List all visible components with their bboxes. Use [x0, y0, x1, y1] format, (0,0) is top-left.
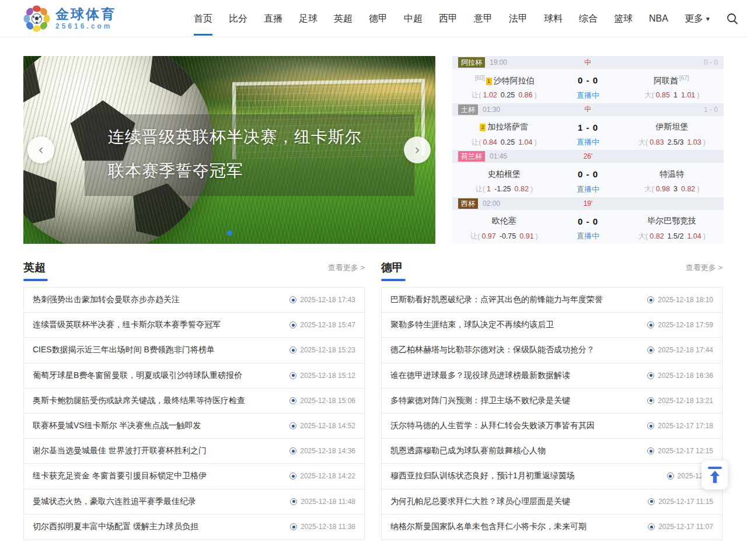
site-name: 金球体育 [55, 7, 116, 21]
nav-item-scores[interactable]: 比分 [221, 0, 256, 37]
list-item[interactable]: 为何孔帕尼总要求拜仁大胜？球员心理层面是关键2025-12-17 11:15 [382, 489, 722, 514]
site-domain: 25616.com [55, 23, 116, 30]
clock-icon [289, 447, 296, 454]
list-item[interactable]: 葡萄牙球星B费冬窗留曼联，明夏或吸引沙特球队重磅报价2025-12-18 15:… [24, 363, 364, 388]
list-item[interactable]: 凯恩透露穆勒已成为球队赛前鼓舞核心人物2025-12-17 12:15 [382, 439, 722, 464]
clock-icon [289, 296, 296, 303]
back-to-top-button[interactable] [701, 460, 728, 489]
news-time: 2025-12-18 17:43 [300, 296, 355, 304]
list-item[interactable]: 多特蒙德对阵门兴预测：捍卫主场不败纪录是关键2025-12-18 13:21 [382, 388, 722, 414]
list-item[interactable]: 谢尔基当选曼城最佳 世界波打开联赛杯胜利之门2025-12-18 14:36 [24, 439, 364, 464]
live-stream-link[interactable]: 直播中 [556, 184, 620, 195]
nav-item-tips[interactable]: 球料 [536, 0, 571, 37]
match-card[interactable]: 阿拉杯 19:00 中 0 - 0 [60]1沙特阿拉伯 0 - 0 阿联酋[6… [452, 56, 724, 103]
view-more-link[interactable]: 查看更多 > [686, 262, 722, 273]
news-time: 2025-12-18 17:44 [658, 346, 713, 354]
nav-item-more[interactable]: 更多 ▼ [676, 0, 719, 37]
match-card[interactable]: 土杯 01:30 中 1 - 0 2加拉塔萨雷 1 - 0 伊斯坦堡 让(0.8… [452, 103, 724, 150]
clock-icon [290, 498, 297, 505]
match-status: 中 [585, 104, 592, 114]
arrow-up-to-line-icon [707, 466, 722, 484]
clock-icon [667, 473, 674, 480]
away-team: 阿联酋[67] [620, 75, 724, 86]
yellow-card-icon: 1 [486, 78, 492, 85]
news-time: 2025-12-17 17:18 [658, 422, 713, 430]
search-icon [726, 12, 739, 25]
carousel-next-button[interactable]: › [404, 136, 431, 163]
handicap-odds: 让(0.97-0.750.91) [452, 232, 556, 242]
match-status: 19' [584, 200, 593, 208]
main-nav: 首页 比分 直播 足球 英超 德甲 中超 西甲 意甲 法甲 球料 综合 篮球 N… [186, 0, 747, 37]
list-item[interactable]: 纽卡获充足资金 冬窗首要引援目标锁定中卫格伊2025-12-18 14:22 [24, 464, 364, 489]
home-team: 2加拉塔萨雷 [452, 122, 556, 132]
nav-item-seriea[interactable]: 意甲 [466, 0, 501, 37]
over-under-odds: 大(0.832.5/31.03) [620, 138, 724, 148]
news-time: 2025-12-18 17:59 [658, 321, 713, 329]
nav-item-general[interactable]: 综合 [571, 0, 606, 37]
minute-superscript: [60] [475, 75, 485, 81]
site-logo[interactable]: 金球体育 25616.com [23, 5, 116, 32]
handicap-odds: 让(0.840.251.04) [452, 138, 556, 148]
league-badge: 西杯 [458, 198, 478, 209]
list-item[interactable]: 曼城状态火热，豪取六连胜追平赛季最佳纪录2025-12-18 11:48 [24, 489, 364, 514]
list-item[interactable]: 热刺强势出击蒙加转会曼联亦步亦趋关注2025-12-18 17:43 [24, 288, 364, 313]
list-item[interactable]: 切尔西拟明夏丰富中场配置 缓解主力球员负担2025-12-18 11:38 [24, 514, 364, 540]
list-item[interactable]: 穆西亚拉归队训练状态良好，预计1月初重返绿茵场2025-12-17 [382, 464, 722, 489]
clock-icon [647, 397, 654, 404]
over-under-odds: 大(0.821.5/21.04) [620, 232, 724, 242]
yellow-card-icon: 2 [480, 124, 486, 131]
news-time: 2025-12-18 15:12 [300, 372, 355, 380]
section-bundesliga: 德甲 查看更多 > 巴斯勒看好凯恩破纪录：点评其出色的前锋能力与年度荣誉2025… [381, 260, 722, 540]
nav-item-laliga[interactable]: 西甲 [431, 0, 466, 37]
corner-score: 1 - 0 [704, 106, 718, 114]
list-item[interactable]: 奥斯卡鲍勃腿筋受伤或缺席关键战，最终结果等待医疗检查2025-12-18 15:… [24, 388, 364, 414]
carousel-prev-button[interactable]: ‹ [27, 136, 54, 163]
match-time: 19:00 [490, 58, 507, 66]
list-item[interactable]: 纳格尔斯曼国家队名单未包含拜仁小将卡尔，未来可期2025-12-17 11:07 [382, 514, 722, 540]
clock-icon [289, 473, 296, 480]
search-button[interactable] [726, 12, 739, 25]
clock-icon [289, 372, 296, 379]
nav-item-nba[interactable]: NBA [641, 0, 676, 37]
news-time: 2025-12-17 11:15 [658, 498, 713, 506]
live-stream-link[interactable]: 直播中 [556, 231, 620, 242]
nav-item-basketball[interactable]: 篮球 [606, 0, 641, 37]
nav-item-csl[interactable]: 中超 [396, 0, 431, 37]
caption-line-1: 连续晋级英联杯半决赛，纽卡斯尔 [108, 120, 403, 154]
away-team: 伊斯坦堡 [620, 122, 724, 132]
list-item[interactable]: 沃尔特马德的人生哲学：从拜仁转会失败谈万事皆有其因2025-12-17 17:1… [382, 414, 722, 439]
nav-item-live[interactable]: 直播 [256, 0, 291, 37]
home-team: 欧伦塞 [452, 216, 556, 226]
live-stream-link[interactable]: 直播中 [556, 137, 620, 148]
list-item[interactable]: 聚勒多特生涯结束，球队决定不再续约该后卫2025-12-18 17:59 [382, 313, 722, 338]
chevron-down-icon: ▼ [705, 16, 711, 22]
nav-item-football[interactable]: 足球 [291, 0, 326, 37]
match-status: 中 [585, 58, 592, 68]
news-sections: 英超 查看更多 > 热刺强势出击蒙加转会曼联亦步亦趋关注2025-12-18 1… [23, 260, 722, 540]
clock-icon [289, 422, 296, 429]
clock-icon [647, 372, 654, 379]
nav-item-epl[interactable]: 英超 [326, 0, 361, 37]
live-stream-link[interactable]: 直播中 [556, 90, 620, 101]
match-card[interactable]: 西杯 02:00 19' 欧伦塞 0 - 0 毕尔巴鄂竞技 让(0.97-0.7… [452, 197, 724, 244]
live-score-panel: 阿拉杯 19:00 中 0 - 0 [60]1沙特阿拉伯 0 - 0 阿联酋[6… [452, 56, 724, 244]
nav-item-home[interactable]: 首页 [186, 0, 221, 37]
list-item[interactable]: 德乙柏林赫塔与比勒菲尔德对决：保级队能否成功抢分？2025-12-18 17:4… [382, 338, 722, 363]
nav-item-bundesliga[interactable]: 德甲 [361, 0, 396, 37]
list-item[interactable]: CIES数据揭示近三年出场时间 B费领跑非门将榜单2025-12-18 15:2… [24, 338, 364, 363]
clock-icon [647, 321, 654, 328]
carousel-dot-indicator[interactable] [227, 230, 232, 236]
news-list: 热刺强势出击蒙加转会曼联亦步亦趋关注2025-12-18 17:43 连续晋级英… [23, 287, 365, 540]
news-time: 2025-12-18 14:36 [300, 447, 355, 455]
list-item[interactable]: 连续晋级英联杯半决赛，纽卡斯尔联本赛季誓夺冠军2025-12-18 15:47 [24, 313, 364, 338]
section-title: 英超 [23, 260, 46, 281]
match-card[interactable]: 荷兰杯 01:45 26' 史柏根堡 0 - 0 特温特 让(1-1.250.8… [452, 150, 724, 197]
clock-icon [289, 346, 296, 354]
away-team: 特温特 [620, 169, 724, 180]
nav-item-ligue1[interactable]: 法甲 [501, 0, 536, 37]
list-item[interactable]: 巴斯勒看好凯恩破纪录：点评其出色的前锋能力与年度荣誉2025-12-18 18:… [382, 288, 722, 313]
carousel-caption[interactable]: 连续晋级英联杯半决赛，纽卡斯尔 联本赛季誓夺冠军 [85, 114, 414, 196]
view-more-link[interactable]: 查看更多 > [328, 262, 365, 273]
list-item[interactable]: 谁在德甲进球最多？现役球员进球榜最新数据解读2025-12-18 16:36 [382, 363, 722, 388]
list-item[interactable]: 联赛杯曼城VS纽卡斯尔 半决赛焦点战一触即发2025-12-18 14:52 [24, 414, 364, 439]
